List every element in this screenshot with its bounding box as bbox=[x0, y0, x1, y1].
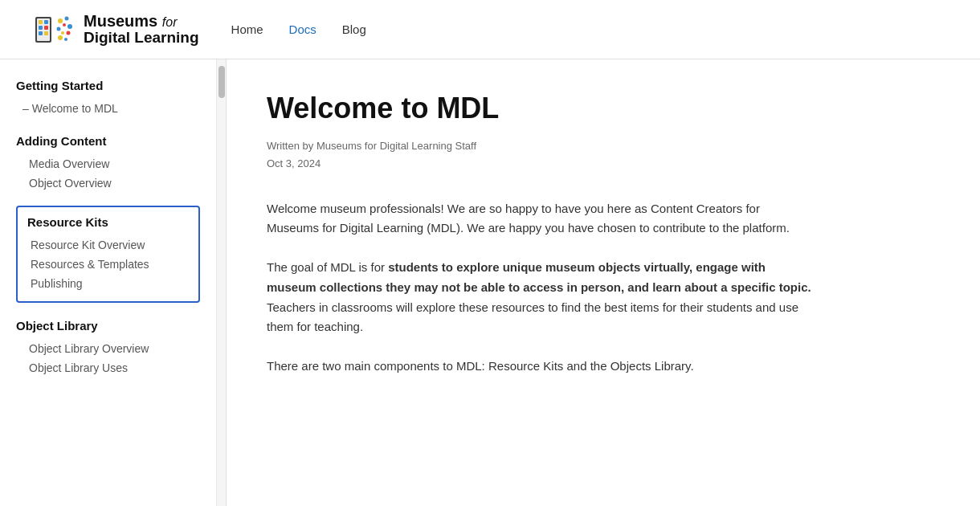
header: Museums for Digital Learning Home Docs B… bbox=[0, 0, 980, 59]
sidebar-resource-kits-box: Resource Kits Resource Kit Overview Reso… bbox=[16, 206, 200, 303]
logo-area: Museums for Digital Learning bbox=[32, 9, 199, 51]
sidebar-item-object-library-uses[interactable]: Object Library Uses bbox=[16, 358, 200, 377]
svg-point-15 bbox=[64, 38, 67, 41]
sidebar-item-welcome[interactable]: Welcome to MDL bbox=[16, 99, 200, 118]
svg-rect-7 bbox=[44, 31, 48, 35]
svg-point-13 bbox=[61, 31, 64, 35]
sidebar: Getting Started Welcome to MDL Adding Co… bbox=[0, 59, 217, 506]
svg-rect-3 bbox=[44, 20, 48, 24]
nav-docs[interactable]: Docs bbox=[289, 22, 316, 36]
content-para-1: Welcome museum professionals! We are so … bbox=[267, 199, 813, 239]
svg-point-9 bbox=[65, 16, 69, 20]
svg-rect-4 bbox=[39, 26, 43, 30]
page-layout: Getting Started Welcome to MDL Adding Co… bbox=[0, 59, 980, 506]
scrollbar[interactable] bbox=[217, 59, 227, 506]
sidebar-section-adding-content: Adding Content bbox=[16, 134, 200, 148]
page-title: Welcome to MDL bbox=[267, 92, 940, 124]
svg-rect-6 bbox=[39, 31, 43, 35]
sidebar-section-object-library: Object Library bbox=[16, 319, 200, 333]
meta-author: Written by Museums for Digital Learning … bbox=[267, 137, 940, 155]
main-content: Welcome to MDL Written by Museums for Di… bbox=[227, 59, 980, 506]
svg-point-11 bbox=[67, 24, 72, 29]
content-para-3: There are two main components to MDL: Re… bbox=[267, 357, 813, 377]
svg-point-10 bbox=[63, 23, 66, 27]
logo-icon bbox=[32, 9, 74, 51]
meta-date: Oct 3, 2024 bbox=[267, 155, 940, 173]
sidebar-item-resource-kit-overview[interactable]: Resource Kit Overview bbox=[24, 235, 192, 255]
sidebar-item-media-overview[interactable]: Media Overview bbox=[16, 154, 200, 173]
scroll-thumb bbox=[218, 66, 225, 98]
logo-text: Museums for Digital Learning bbox=[84, 12, 199, 47]
sidebar-section-getting-started: Getting Started bbox=[16, 79, 200, 92]
sidebar-section-resource-kits: Resource Kits bbox=[24, 215, 192, 229]
nav-blog[interactable]: Blog bbox=[342, 22, 366, 36]
svg-point-16 bbox=[58, 35, 63, 40]
sidebar-item-publishing[interactable]: Publishing bbox=[24, 274, 192, 293]
content-para-2: The goal of MDL is for students to explo… bbox=[267, 258, 813, 337]
svg-rect-5 bbox=[44, 26, 48, 30]
nav-home[interactable]: Home bbox=[231, 22, 263, 36]
sidebar-item-object-library-overview[interactable]: Object Library Overview bbox=[16, 339, 200, 358]
svg-rect-2 bbox=[39, 20, 43, 24]
sidebar-item-resources-templates[interactable]: Resources & Templates bbox=[24, 255, 192, 274]
svg-point-14 bbox=[67, 31, 71, 35]
article-meta: Written by Museums for Digital Learning … bbox=[267, 137, 940, 173]
svg-point-8 bbox=[58, 18, 63, 23]
main-nav: Home Docs Blog bbox=[231, 22, 366, 36]
sidebar-item-object-overview[interactable]: Object Overview bbox=[16, 173, 200, 193]
svg-point-12 bbox=[57, 27, 61, 31]
